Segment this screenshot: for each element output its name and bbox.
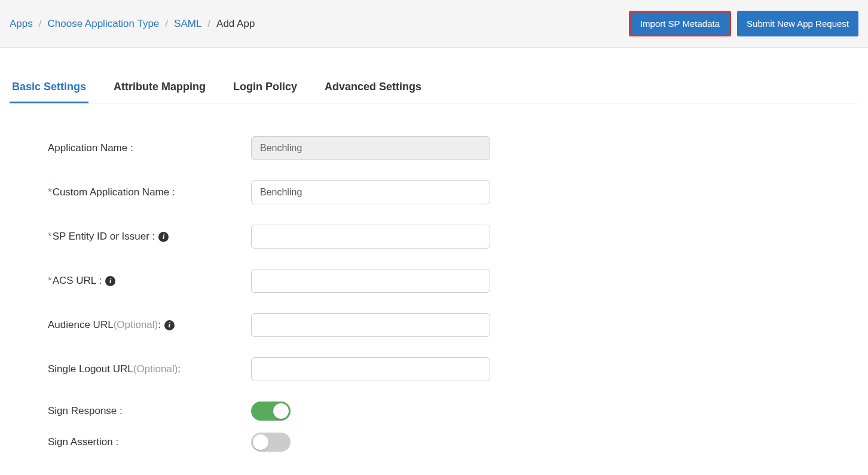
tabs-container: Basic Settings Attribute Mapping Login P…: [10, 75, 858, 103]
logout-url-input[interactable]: [251, 357, 490, 381]
info-icon[interactable]: i: [164, 320, 175, 330]
app-name-label: Application Name :: [48, 142, 251, 154]
sign-response-toggle[interactable]: [251, 402, 291, 421]
form-area: Application Name : *Custom Application N…: [0, 103, 538, 475]
breadcrumb-separator: /: [165, 18, 168, 30]
breadcrumb-choose-type[interactable]: Choose Application Type: [47, 18, 159, 30]
required-indicator: *: [48, 275, 52, 287]
breadcrumb-saml[interactable]: SAML: [174, 18, 201, 30]
info-icon[interactable]: i: [158, 232, 169, 242]
breadcrumb: Apps / Choose Application Type / SAML / …: [10, 18, 255, 30]
app-name-input: [251, 136, 490, 160]
header-buttons: Import SP Metadata Submit New App Reques…: [629, 11, 858, 36]
import-sp-metadata-button[interactable]: Import SP Metadata: [629, 11, 731, 36]
form-row-custom-name: *Custom Application Name :: [48, 180, 490, 204]
info-icon[interactable]: i: [105, 276, 115, 286]
breadcrumb-separator: /: [39, 18, 42, 30]
form-row-acs-url: *ACS URL : i: [48, 269, 490, 293]
form-row-app-name: Application Name :: [48, 136, 490, 160]
breadcrumb-current: Add App: [216, 18, 255, 30]
breadcrumb-apps[interactable]: Apps: [10, 18, 33, 30]
sign-assertion-label: Sign Assertion :: [48, 436, 251, 448]
sign-response-label: Sign Response :: [48, 405, 251, 417]
tab-basic-settings[interactable]: Basic Settings: [10, 75, 88, 103]
custom-name-label: *Custom Application Name :: [48, 186, 251, 198]
acs-url-input[interactable]: [251, 269, 490, 293]
sp-entity-input[interactable]: [251, 225, 490, 249]
form-row-sp-entity: *SP Entity ID or Issuer : i: [48, 225, 490, 249]
sign-assertion-toggle[interactable]: [251, 433, 291, 452]
required-indicator: *: [48, 231, 52, 243]
audience-url-input[interactable]: [251, 313, 490, 337]
sp-entity-label: *SP Entity ID or Issuer : i: [48, 231, 251, 243]
tab-login-policy[interactable]: Login Policy: [231, 75, 299, 103]
form-row-sign-assertion: Sign Assertion :: [48, 433, 490, 452]
tab-advanced-settings[interactable]: Advanced Settings: [322, 75, 424, 103]
tab-attribute-mapping[interactable]: Attribute Mapping: [111, 75, 208, 103]
acs-url-label: *ACS URL : i: [48, 275, 251, 287]
required-indicator: *: [48, 186, 52, 198]
form-row-audience-url: Audience URL (Optional) : i: [48, 313, 490, 337]
logout-url-label: Single Logout URL (Optional) :: [48, 363, 251, 375]
breadcrumb-separator: /: [207, 18, 210, 30]
header-bar: Apps / Choose Application Type / SAML / …: [0, 0, 868, 48]
custom-name-input[interactable]: [251, 180, 490, 204]
submit-new-app-request-button[interactable]: Submit New App Request: [737, 11, 858, 36]
form-row-logout-url: Single Logout URL (Optional) :: [48, 357, 490, 381]
form-row-sign-response: Sign Response :: [48, 402, 490, 421]
audience-url-label: Audience URL (Optional) : i: [48, 319, 251, 331]
